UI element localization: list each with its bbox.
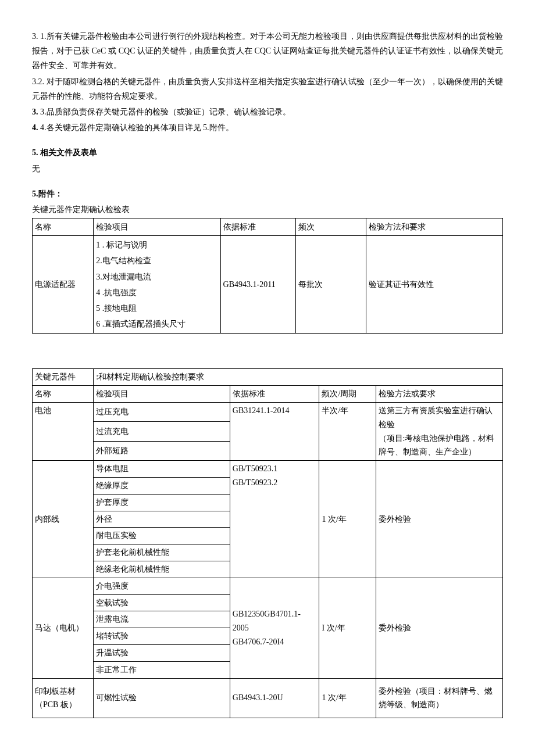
cell-item: 护套厚度 [94, 494, 230, 511]
cell-item: 外径 [94, 511, 230, 528]
cell-standard: GB12350GB4701.1-2005 GB4706.7-20I4 [230, 578, 319, 678]
cell-item: 过压充电 [94, 402, 230, 421]
paragraph-3-3: 3. 3.品质部负责保存关键元器件的检验（或验证）记录、确认检验记录。 [32, 105, 503, 119]
cell-standard: GB31241.1-2014 [230, 402, 319, 460]
item-line: 3.对地泄漏电流 [96, 269, 217, 285]
cell-item: 绝缘老化前机械性能 [94, 561, 230, 578]
cell-item: 导体电阻 [94, 461, 230, 478]
section-5-body: 无 [32, 162, 503, 176]
cell-item: 外部短路 [94, 441, 230, 460]
prefix-3: 3. [32, 108, 38, 116]
text-3-4: 4.各关键元器件定期确认检验的具体项目详见 5.附件。 [38, 123, 234, 132]
table-header-row: 名称 检验项目 依据标准 频次 检验方法和要求 [33, 218, 503, 236]
cell-freq: 1 次/年 [319, 461, 376, 578]
th-frequency: 频次 [296, 218, 366, 236]
th-item: 检验项目 [94, 386, 230, 403]
th-item: 检验项目 [94, 218, 220, 236]
th-standard: 依据标准 [220, 218, 295, 236]
cell-freq: I 次/年 [319, 578, 376, 678]
th-name: 名称 [33, 218, 94, 236]
paragraph-3-4: 4. 4.各关键元器件定期确认检验的具体项目详见 5.附件。 [32, 120, 503, 135]
cell-item: 升温试验 [94, 644, 230, 661]
th-standard: 依据标准 [230, 386, 319, 403]
table-row-pcb: 印制板基材（PCB 板） 可燃性试验 GB4943.1-20U 1 次/年 委外… [33, 678, 503, 718]
cell-item: 可燃性试验 [94, 678, 230, 718]
cell-method: 委外检验 [376, 578, 502, 678]
cell-method: 委外检验 [376, 461, 502, 578]
item-line: 1 . 标记与说明 [96, 237, 217, 253]
cell-item: 绝缘厚度 [94, 477, 230, 494]
item-line: 6 .直插式适配器插头尺寸 [96, 316, 217, 332]
item-line: 4 .抗电强度 [96, 285, 217, 300]
table-title-row: 关键元器件 :和材料定期确认检验控制要求 [33, 369, 503, 386]
paragraph-3-1: 3. 1.所有关键元器件检验由本公司进行例行的外观结构检查。对于本公司无能力检验… [32, 29, 503, 73]
text-3-3: 3.品质部负责保存关键元器件的检验（或验证）记录、确认检验记录。 [38, 108, 291, 116]
title-left: 关键元器件 [33, 369, 94, 386]
cell-name: 马达（电机） [33, 578, 94, 678]
cell-method: 委外检验（项目：材料牌号、燃烧等级、制造商） [376, 678, 502, 718]
th-method: 检验方法和要求 [366, 218, 503, 236]
table-header-row: 名称 检验项目 依据标准 频次/周期 检验方法或要求 [33, 386, 503, 403]
table-row: 电源适配器 1 . 标记与说明 2.电气结构检查 3.对地泄漏电流 4 .抗电强… [33, 236, 503, 334]
cell-item: 护套老化前机械性能 [94, 544, 230, 561]
prefix-5: 5. [32, 148, 38, 157]
cell-name: 印制板基材（PCB 板） [33, 678, 94, 718]
cell-name: 电池 [33, 402, 94, 460]
cell-standard: GB4943.1-20U [230, 678, 319, 718]
cell-items: 1 . 标记与说明 2.电气结构检查 3.对地泄漏电流 4 .抗电强度 5 .接… [94, 236, 220, 334]
cell-item: 空载试验 [94, 594, 230, 611]
cell-standard: GB4943.1-2011 [220, 236, 295, 334]
item-line: 5 .接地电阻 [96, 300, 217, 316]
cell-method: 验证其证书有效性 [366, 236, 503, 334]
prefix-4: 4. [32, 123, 38, 132]
th-name: 名称 [33, 386, 94, 403]
table1-caption: 关键元器件定期确认检验表 [32, 202, 503, 217]
cell-item: 耐电压实验 [94, 528, 230, 544]
cell-method: 送第三方有资质实验室进行确认检验 （项目:考核电池保护电路，材料牌号、制造商、生… [376, 402, 502, 460]
table-row-motor: 马达（电机） 介电强度 GB12350GB4701.1-2005 GB4706.… [33, 578, 503, 594]
table-row-wire: 内部线 导体电阻 GB/T50923.1 GB/T50923.2 1 次/年 委… [33, 461, 503, 478]
cell-item: 泄露电流 [94, 611, 230, 628]
th-frequency: 频次/周期 [319, 386, 376, 403]
title-right: :和材料定期确认检验控制要求 [94, 369, 503, 386]
cell-standard: GB/T50923.1 GB/T50923.2 [230, 461, 319, 578]
text-5: 相关文件及表单 [38, 148, 98, 157]
th-method: 检验方法或要求 [376, 386, 502, 403]
cell-item: 非正常工作 [94, 661, 230, 678]
cell-name: 电源适配器 [33, 236, 94, 334]
paragraph-3-2: 3.2. 对于随即检测合格的关键元器件，由质量负责人安排送样至相关指定实验室进行… [32, 74, 503, 103]
attachment-heading: 5.附件： [32, 187, 503, 201]
section-5-heading: 5. 相关文件及表单 [32, 145, 503, 160]
table-inspection-2: 关键元器件 :和材料定期确认检验控制要求 名称 检验项目 依据标准 频次/周期 … [32, 368, 503, 718]
cell-item: 过流充电 [94, 422, 230, 441]
item-line: 2.电气结构检查 [96, 253, 217, 268]
table-inspection-1: 名称 检验项目 依据标准 频次 检验方法和要求 电源适配器 1 . 标记与说明 … [32, 218, 503, 334]
cell-freq: 每批次 [296, 236, 366, 334]
cell-freq: 半次/年 [319, 402, 376, 460]
table-row-battery: 电池 过压充电 GB31241.1-2014 半次/年 送第三方有资质实验室进行… [33, 402, 503, 421]
cell-item: 堵转试验 [94, 628, 230, 645]
cell-name: 内部线 [33, 461, 94, 578]
cell-item: 介电强度 [94, 578, 230, 594]
cell-freq: 1 次/年 [319, 678, 376, 718]
